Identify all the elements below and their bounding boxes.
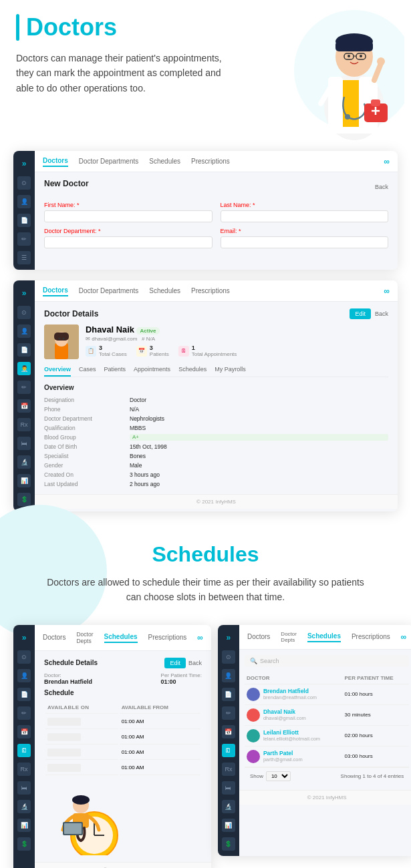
sb4-icon1[interactable]: ⊙ [222,650,235,664]
patients-icon: 📅 [136,346,147,357]
nav-tab-depts[interactable]: Doctor Departments [79,156,138,166]
sb3-icon11[interactable]: 💲 [17,837,31,851]
title-accent-bar [16,14,19,41]
nav-tab-3-rx[interactable]: Prescriptions [148,632,187,642]
sub-tab-patients[interactable]: Patients [104,366,126,377]
sidebar-icon-2-bed[interactable]: 🛏 [17,437,31,450]
form-row-2: Doctor Department: * Email: * [44,228,388,248]
dept-field: Doctor Department: * [44,228,213,248]
sb3-icon10[interactable]: 📊 [17,819,31,832]
nav-tab-2-depts[interactable]: Doctor Departments [79,286,138,296]
app-content-form: New Doctor Back First Name: * Last Name:… [35,172,398,260]
sb4-icon4[interactable]: ✏ [222,706,235,720]
sb4-icon11[interactable]: 💲 [222,837,235,851]
sidebar-icon-docs[interactable]: 📄 [17,214,31,227]
back-button-1[interactable]: Back [375,184,388,190]
avail-from-time: 01:00 AM [120,730,200,744]
nav-tab-4-schedules[interactable]: Schedules [307,631,341,642]
app-content-list: 🔍 Search DOCTOR PER PATIENT TIME [239,650,411,790]
last-name-input[interactable] [221,210,389,222]
sb4-icon8[interactable]: 🛏 [222,781,235,795]
sb4-icon3[interactable]: 📄 [222,688,235,701]
sidebar-icon-2-edit[interactable]: ✏ [17,381,31,394]
nav-tab-2-prescriptions[interactable]: Prescriptions [191,286,230,296]
app-logo-3: ∞ [197,633,203,642]
sb3-icon4[interactable]: ✏ [17,706,31,720]
sidebar-icon-edit[interactable]: ✏ [17,232,31,246]
sidebar-icon-2-users[interactable]: 👤 [17,324,31,338]
sidebar-icon-2-active[interactable]: 👨‍⚕️ [17,362,31,375]
nav-tab-4-rx[interactable]: Prescriptions [352,632,390,642]
sidebar-icon-2-lab[interactable]: 🔬 [17,455,31,469]
doctor-name-cell: Leilani Elliott [263,729,320,736]
app-logo-2: ∞ [384,286,390,296]
avail-day [45,730,118,744]
overview-grid: DesignationDoctorPhoneN/ADoctor Departme… [44,397,388,487]
sb3-icon8[interactable]: 🛏 [17,781,31,795]
app-sidebar-1: » ⊙ 👤 📄 ✏ ☰ [13,151,35,270]
sched-edit-btn[interactable]: Edit [164,658,186,668]
nav-tab-3-depts[interactable]: Doctor Depts [76,630,93,646]
app-footer-3: © 2021 InfyHMS [35,862,211,868]
app-main-2: Doctors Doctor Departments Schedules Pre… [35,280,398,511]
nav-tab-schedules[interactable]: Schedules [149,156,180,166]
edit-button[interactable]: Edit [350,308,371,319]
sb3-icon6[interactable]: 🗓 [17,744,31,757]
doctor-info-sched: Doctor: Brendan Hatfield [44,672,92,685]
sidebar-icon-2-report[interactable]: 📊 [17,474,31,487]
avail-on-col: AVAILABLE ON [45,702,118,714]
sub-tab-appointments[interactable]: Appointments [134,366,170,377]
sb3-icon9[interactable]: 🔬 [17,800,31,813]
sidebar-expand-4[interactable]: » [227,630,231,645]
svg-rect-9 [335,41,373,51]
sidebar-expand-icon-2[interactable]: » [22,286,27,300]
sub-tab-overview[interactable]: Overview [44,366,71,377]
dept-input[interactable] [44,236,213,248]
svg-point-26 [59,338,61,340]
nav-tab-2-schedules[interactable]: Schedules [149,286,180,296]
nav-tab-4-doctors[interactable]: Doctors [247,632,270,642]
sidebar-icon-list[interactable]: ☰ [17,251,31,264]
nav-tab-2-doctors[interactable]: Doctors [43,285,68,296]
sidebar-icon-2-docs[interactable]: 📄 [17,343,31,357]
email-input[interactable] [221,236,389,248]
nav-tab-3-schedules[interactable]: Schedules [104,632,138,643]
sidebar-icon-2-money[interactable]: 💲 [17,493,31,506]
sidebar-icon-2-dash[interactable]: ⊙ [17,306,31,319]
sb3-icon3[interactable]: 📄 [17,688,31,701]
avail-day [45,761,118,775]
back-button-2[interactable]: Back [375,308,388,319]
stat-cases: 📋 3 Total Cases [86,345,127,357]
nav-tab-doctors[interactable]: Doctors [43,156,68,167]
sb3-icon5[interactable]: 📅 [17,725,31,738]
sidebar-icon-2-calendar[interactable]: 📅 [17,399,31,413]
sub-tab-schedules[interactable]: Schedules [178,366,207,377]
sb4-icon10[interactable]: 📊 [222,819,235,832]
sched-back-btn[interactable]: Back [188,658,202,668]
search-bar[interactable]: 🔍 Search [245,655,409,667]
form-row-1: First Name: * Last Name: * [44,202,388,222]
nav-tab-3-doctors[interactable]: Doctors [43,632,65,642]
search-icon: 🔍 [250,658,257,664]
sb4-icon7[interactable]: Rx [222,763,235,776]
sidebar-icon-users[interactable]: 👤 [17,195,31,208]
first-name-input[interactable] [44,210,213,222]
sb4-icon9[interactable]: 🔬 [222,800,235,813]
sb4-icon5[interactable]: 📅 [222,725,235,738]
nav-tab-4-depts[interactable]: Doctor Depts [281,630,297,644]
sb4-icon6[interactable]: 🗓 [222,744,235,757]
sb3-icon2[interactable]: 👤 [17,669,31,682]
sidebar-expand-icon[interactable]: » [22,156,27,171]
show-select[interactable]: 10 [266,771,291,781]
sb4-icon2[interactable]: 👤 [222,669,235,682]
sub-tab-cases[interactable]: Cases [79,366,96,377]
schedule-screenshots-wrapper: » ⊙ 👤 📄 ✏ 📅 🗓 Rx 🛏 🔬 📊 💲 Doctors [0,625,411,868]
nav-tab-prescriptions[interactable]: Prescriptions [191,156,230,166]
sidebar-icon-2-rx[interactable]: Rx [17,418,31,431]
sidebar-expand-3[interactable]: » [22,630,27,645]
sb3-icon7[interactable]: Rx [17,763,31,776]
doctor-value: Brendan Hatfield [44,678,92,685]
sub-tab-payrolls[interactable]: My Payrolls [215,366,246,377]
sidebar-icon-dashboard[interactable]: ⊙ [17,176,31,190]
sb3-icon1[interactable]: ⊙ [17,650,31,664]
